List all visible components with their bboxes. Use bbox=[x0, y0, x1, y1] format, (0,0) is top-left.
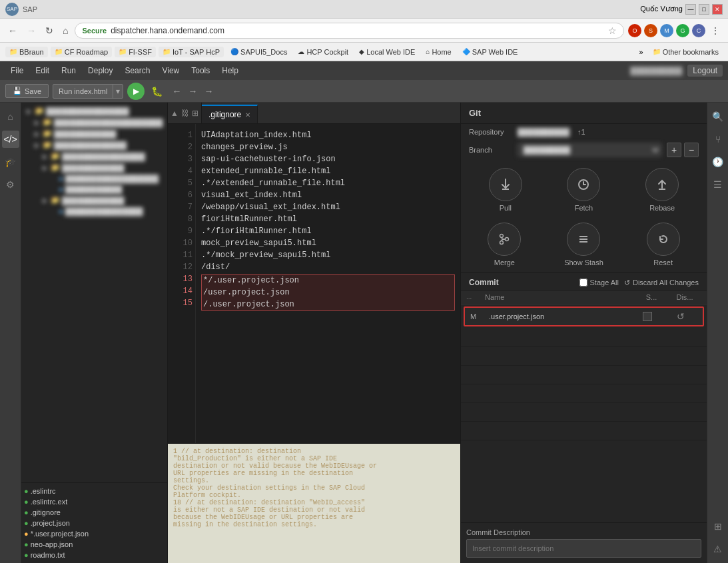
sidebar-icon-home[interactable]: ⌂ bbox=[2, 108, 19, 125]
bookmark-sap-web-ide[interactable]: 🔷 SAP Web IDE bbox=[458, 47, 522, 57]
menu-tools[interactable]: Tools bbox=[186, 63, 215, 78]
nav-forward-button[interactable]: → bbox=[185, 85, 200, 98]
bookmark-hcp-cockpit[interactable]: ☁ HCP Cockpit bbox=[294, 47, 352, 57]
file-eslintrc-ext[interactable]: ● .eslintrc.ext bbox=[21, 496, 167, 507]
file-neo-app[interactable]: ● neo-app.json bbox=[21, 539, 167, 550]
other-bookmarks[interactable]: 📁 Other bookmarks bbox=[649, 47, 723, 57]
editor-wrapper: 1 2 3 4 5 6 7 8 9 10 11 12 13 14 15 bbox=[168, 124, 460, 443]
file-project-json[interactable]: ● .project.json bbox=[21, 518, 167, 528]
git-pull-button[interactable]: Pull bbox=[489, 168, 522, 212]
tab-icon[interactable]: SAP bbox=[5, 3, 19, 16]
tab-nav-link[interactable]: ⛓ bbox=[181, 109, 189, 118]
bookmark-home[interactable]: ⌂ Home bbox=[422, 47, 455, 57]
tab-nav-up[interactable]: ▲ bbox=[171, 109, 179, 118]
git-panel: Git Repository ██████████ ↑1 Branch ████… bbox=[460, 103, 707, 563]
tree-item-blurred-10[interactable]: ● ███████████████ bbox=[21, 206, 167, 217]
file-eslintrc[interactable]: ● .eslintrc bbox=[21, 486, 167, 496]
right-icon-menu[interactable]: ☰ bbox=[709, 176, 727, 193]
browser-icon-ext1[interactable]: S bbox=[644, 24, 657, 37]
maximize-button[interactable]: □ bbox=[699, 4, 709, 15]
git-branch-select[interactable]: █████████ bbox=[518, 143, 661, 157]
editor-content[interactable]: UIAdaptation_index.html changes_preview.… bbox=[196, 124, 460, 443]
git-actions-row1: Pull Fetch bbox=[461, 160, 707, 215]
close-button[interactable]: ✕ bbox=[712, 4, 723, 15]
file-user-project[interactable]: ● *.user.project.json bbox=[21, 528, 167, 539]
minimize-button[interactable]: — bbox=[685, 4, 696, 15]
right-icon-warning[interactable]: ⚠ bbox=[709, 540, 727, 558]
discard-all-button[interactable]: ↺ Discard All Changes bbox=[624, 279, 699, 287]
tree-item-blurred-8[interactable]: ● ███████████ bbox=[21, 184, 167, 195]
home-button[interactable]: ⌂ bbox=[60, 24, 71, 37]
tab-nav-split[interactable]: ⊞ bbox=[192, 109, 198, 118]
bookmark-iot-sap[interactable]: 📁 IoT - SAP HcP bbox=[159, 47, 224, 57]
git-rebase-button[interactable]: Rebase bbox=[645, 168, 679, 212]
bookmarks-more-button[interactable]: » bbox=[637, 47, 646, 57]
tab-close-button[interactable]: ✕ bbox=[245, 111, 250, 119]
tab-gitignore[interactable]: .gitignore ✕ bbox=[202, 105, 258, 123]
run-config-arrow[interactable]: ▾ bbox=[113, 85, 123, 98]
line-num: 4 bbox=[171, 165, 192, 177]
tree-item-blurred-5[interactable]: ▶ 📁 ████████████████ bbox=[21, 151, 167, 162]
browser-icon-ext4[interactable]: C bbox=[692, 24, 705, 37]
right-icon-search[interactable]: 🔍 bbox=[709, 108, 727, 125]
sidebar-icon-learn[interactable]: 🎓 bbox=[2, 153, 19, 171]
stage-all-checkbox[interactable] bbox=[579, 279, 587, 286]
console-line: settings. bbox=[173, 477, 455, 484]
git-fetch-button[interactable]: Fetch bbox=[567, 168, 600, 212]
git-reset-button[interactable]: Reset bbox=[647, 223, 680, 267]
bookmark-local-web-ide[interactable]: ◆ Local Web IDE bbox=[355, 47, 419, 57]
bookmark-sapui5-docs[interactable]: 🔵 SAPUI5_Docs bbox=[226, 47, 291, 57]
right-icon-panel[interactable]: ⊞ bbox=[709, 518, 727, 535]
sidebar-icon-files[interactable]: </> bbox=[2, 131, 19, 148]
forward-button[interactable]: → bbox=[24, 24, 39, 37]
menu-view[interactable]: View bbox=[157, 63, 184, 78]
tree-item-blurred-6[interactable]: ▶ 📁 ████████████ bbox=[21, 162, 167, 173]
browser-icon-ext3[interactable]: G bbox=[676, 24, 689, 37]
tree-item-blurred-1[interactable]: ▶ 📁 ████████████████ bbox=[21, 105, 167, 117]
back-button[interactable]: ← bbox=[5, 24, 20, 37]
line-num: 10 bbox=[171, 237, 192, 249]
run-button[interactable]: ▶ bbox=[127, 83, 145, 100]
run-config-selector[interactable]: Run index.html ▾ bbox=[53, 84, 123, 99]
tree-item-blurred-7[interactable]: ● ██████████████████ bbox=[21, 173, 167, 184]
refresh-button[interactable]: ↻ bbox=[43, 24, 56, 37]
menu-run[interactable]: Run bbox=[56, 63, 81, 78]
git-show-stash-button[interactable]: Show Stash bbox=[564, 223, 603, 267]
bookmark-bbraun[interactable]: 📁 BBraun bbox=[5, 47, 48, 57]
bookmark-cf-roadmap[interactable]: 📁 CF Roadmap bbox=[51, 47, 112, 57]
tree-item-blurred-3[interactable]: ▶ 📁 ████████████ bbox=[21, 128, 167, 139]
tree-item-blurred-9[interactable]: ▶ 📁 ████████████ bbox=[21, 195, 167, 206]
browser-icon-ext2[interactable]: M bbox=[660, 24, 673, 37]
logout-button[interactable]: Logout bbox=[687, 65, 723, 77]
discard-file-button[interactable]: ↺ bbox=[677, 311, 685, 322]
menu-file[interactable]: File bbox=[5, 63, 29, 78]
save-button[interactable]: 💾 Save bbox=[5, 84, 49, 98]
git-merge-button[interactable]: Merge bbox=[488, 223, 521, 267]
console-line: missing in the destination settings. bbox=[173, 521, 455, 528]
git-branch-add-button[interactable]: + bbox=[667, 143, 681, 157]
menu-search[interactable]: Search bbox=[119, 63, 155, 78]
git-branch-remove-button[interactable]: − bbox=[684, 143, 699, 157]
address-bar[interactable]: Secure dispatcher.hana.ondemand.com ☆ bbox=[75, 23, 624, 39]
bookmark-fi-ssf[interactable]: 📁 FI-SSF bbox=[115, 47, 156, 57]
sidebar-icon-settings[interactable]: ⚙ bbox=[2, 176, 19, 193]
stage-all-button[interactable]: Stage All bbox=[579, 279, 619, 286]
file-gitignore[interactable]: ● .gitignore bbox=[21, 507, 167, 518]
commit-description-input[interactable] bbox=[466, 539, 701, 558]
bookmark-star[interactable]: ☆ bbox=[608, 25, 617, 36]
tree-item-blurred-4[interactable]: ▶ 📁 ██████████████ bbox=[21, 139, 167, 151]
nav-up-button[interactable]: → bbox=[201, 85, 216, 98]
menu-edit[interactable]: Edit bbox=[30, 63, 55, 78]
tree-item-blurred-2[interactable]: ▶ 📁 █████████████████████ bbox=[21, 117, 167, 128]
browser-menu-button[interactable]: ⋮ bbox=[708, 24, 723, 37]
debug-button[interactable]: 🐛 bbox=[149, 85, 165, 98]
arrow-icon: ▶ bbox=[35, 119, 43, 126]
nav-back-button[interactable]: ← bbox=[169, 85, 184, 98]
right-icon-clock[interactable]: 🕐 bbox=[709, 153, 727, 171]
stage-file-checkbox[interactable] bbox=[643, 312, 652, 321]
browser-icon-opera[interactable]: O bbox=[628, 24, 641, 37]
right-icon-git[interactable]: ⑂ bbox=[709, 131, 727, 148]
menu-help[interactable]: Help bbox=[216, 63, 244, 78]
menu-deploy[interactable]: Deploy bbox=[83, 63, 118, 78]
file-readme[interactable]: ● roadmo.txt bbox=[21, 550, 167, 560]
